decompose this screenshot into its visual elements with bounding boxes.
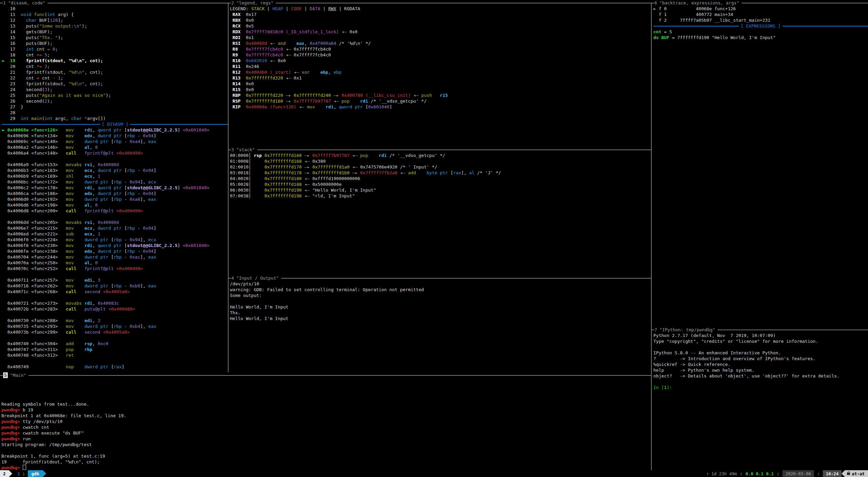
terminal-line: 0x4006ed <func+221> sub ecx, 1 (2, 231, 228, 237)
terminal-line: 24 second(3); (2, 87, 228, 92)
uptime-arrow-icon: ↑ (706, 471, 711, 477)
terminal-line: RBP 0x7fffffffd220 —▸ 0x7fffffffd240 —▸ … (230, 92, 651, 98)
terminal-line: 0x4006ca <func+186> mov edx, dword ptr [… (2, 191, 228, 196)
pane-title: "stack" (236, 147, 255, 153)
terminal-line: ► f 0 40068e func+126 (653, 6, 868, 12)
terminal-line: 25 puts("Again as it was so nice"); (2, 92, 228, 98)
terminal-line: cnt = 5 (653, 29, 868, 35)
terminal-line: 06:0030│ 0x7fffffffd190 ◂— "Hello World,… (230, 187, 651, 193)
terminal-line: RCX 0x5 (230, 23, 651, 29)
terminal-line: 0x4006e7 <func+215> mov ecx, dword ptr [… (2, 225, 228, 231)
terminal-line: Breakpoint 1, func (arg=5) at test.c:19 (1, 453, 651, 459)
terminal-line: LEGEND: STACK | HEAP | CODE | DATA | RWX… (230, 6, 651, 12)
terminal-line: IPython 5.8.0 -- An enhanced Interactive… (653, 350, 868, 356)
border-line (48, 3, 228, 3)
pane-backtrace-header: 6"backtrace, expressions, args" (651, 0, 868, 6)
terminal-line: f 1 400772 main+34 (653, 12, 868, 17)
status-right: ↑ 1d 23h 49m ❮ 0.0 0.1 0.1 ❮ 2020-03-06 … (706, 470, 868, 477)
hostname-badge: at-at (845, 470, 868, 477)
pane-disasm-code[interactable]: 1"disasm, code" 10 11 void func(int arg)… (0, 0, 228, 372)
window-index[interactable]: 1 (12, 471, 23, 477)
pane-ipython-header: 7"IPython: tmp/pwndbg" (651, 327, 868, 333)
ipython-console-content[interactable]: Python 2.7.17 (default, Nov 7 2019, 10:0… (651, 333, 868, 470)
terminal-line: 0x4006fe <func+238> mov edx, dword ptr [… (2, 248, 228, 254)
terminal-line (2, 295, 228, 300)
terminal-line (2, 214, 228, 219)
terminal-line: 0x4006b3 <func+163> mov ecx, dword ptr [… (2, 167, 228, 173)
terminal-line: 20 cnt *= 2; (2, 64, 228, 69)
registers-content: LEGEND: STACK | HEAP | CODE | DATA | RWX… (228, 6, 651, 147)
gdb-console-content[interactable]: Reading symbols from test...done.pwndbg>… (0, 378, 651, 470)
terminal-line: 0x4006d0 <func+192> mov dword ptr [rbp -… (2, 196, 228, 202)
terminal-line: 04:0020│ 0x7fffffffd180 ◂— 0xffffd190000… (230, 176, 651, 181)
status-date: 2020-03-06 (782, 470, 814, 477)
terminal-line: 0x400704 <func+244> mov dword ptr [rbp -… (2, 254, 228, 260)
terminal-line: RAX 0x17 (230, 12, 651, 17)
border-line (228, 278, 231, 279)
terminal-line: 29 int main(int argc, char *argv[]) (2, 116, 228, 121)
border-line (0, 375, 3, 376)
terminal-line (653, 379, 868, 385)
terminal-line (230, 298, 651, 304)
terminal-line: f 2 7ffff7a05b97 __libc_start_main+231 (653, 17, 868, 23)
terminal-line: 0x400730 <func+288> mov edi, 2 (2, 318, 228, 323)
pane-stack[interactable]: 3"stack" 00:0000│ rsp 0x7fffffffd160 —▸ … (228, 147, 651, 275)
uptime-value: 1d 23h 49m (711, 471, 737, 477)
text-cursor[interactable] (23, 465, 26, 470)
terminal-line: 13 puts("Some output:\n"); (2, 23, 228, 29)
terminal-line (653, 344, 868, 350)
pane-main-header: 5"Main" (0, 372, 651, 378)
terminal-line: 16 puts(BUF); (2, 40, 228, 46)
pane-ipython[interactable]: 7"IPython: tmp/pwndbg" Python 2.7.17 (de… (651, 327, 868, 470)
terminal-line (2, 335, 228, 341)
backtrace-content: ► f 0 40068e func+126 f 1 400772 main+34… (651, 6, 868, 327)
border-line (742, 3, 868, 3)
terminal-line: 01:0008│ 0x7fffffffd168 ◂— 0x380 (230, 158, 651, 164)
terminal-line: 14 gets(BUF); (2, 29, 228, 35)
pane-stack-header: 3"stack" (228, 147, 651, 153)
terminal-line: R8 0x7ffff7fcb4c0 ◂— 0x7ffff7fcb4c0 (230, 46, 651, 52)
powerline-arrow-icon (9, 470, 12, 477)
terminal-line: /dev/pts/10 (230, 281, 651, 287)
terminal-line: 15 puts("Thx. "); (2, 35, 228, 40)
terminal-line: 0x4006bc <func+172> mov dword ptr [rbp -… (2, 179, 228, 185)
pane-number: 3 (231, 147, 234, 153)
terminal-line: 00:0000│ rsp 0x7fffffffd160 —▸ 0x7ffff7b… (230, 153, 651, 158)
terminal-line: 0x400735 <func+293> mov dword ptr [rbp -… (2, 323, 228, 329)
terminal-line: 0x40072b <func+283> call puts@plt <0x400… (2, 306, 228, 312)
io-content: /dev/pts/10warning: GDB: Failed to set c… (228, 281, 651, 372)
border-line (0, 3, 3, 3)
terminal-line: 0x400711 <func+257> mov edi, 3 (2, 277, 228, 283)
terminal-line: 12 char BUF[128]; (2, 17, 228, 23)
border-line (651, 3, 654, 3)
pane-legend-regs[interactable]: 2"legend, regs" LEGEND: STACK | HEAP | C… (228, 0, 651, 147)
terminal-line: 0x4006dd <func+205> movabs rsi, 0x40080d (2, 219, 228, 225)
terminal-line (1, 378, 651, 384)
terminal-line: 0x4006b9 <func+169> shl ecx, 1 (2, 173, 228, 179)
terminal-line: 0x400748 <func+312> ret (2, 352, 228, 358)
terminal-line: Breakpoint 1 at 0x40068e: file test.c, l… (1, 413, 651, 419)
session-index-badge[interactable]: 2 (0, 470, 9, 477)
terminal-line: RSP 0x7fffffffd160 —▸ 0x7ffff7b97787 ◂— … (230, 98, 651, 104)
pane-title: "IPython: tmp/pwndbg" (659, 327, 715, 333)
terminal-line: 28 (2, 110, 228, 116)
terminal-line: 0x4006a4 <func+148> call fprintf@plt <0x… (2, 150, 228, 156)
terminal-line: 0x40071c <func+268> call second <0x4005a… (2, 289, 228, 295)
terminal-line: RIP 0x40068e (func+126) ◂— mov rdi, qwor… (230, 104, 651, 110)
terminal-line (1, 390, 651, 395)
terminal-line: 0x4006a9 <func+153> movabs rsi, 0x40080d (2, 162, 228, 167)
terminal-line: 05:0028│ 0x7fffffffd188 ◂— 0x50000000e (230, 181, 651, 187)
terminal-line: RDI 0x1 (230, 35, 651, 40)
pane-backtrace[interactable]: 6"backtrace, expressions, args" ► f 0 40… (651, 0, 868, 327)
pane-main-gdb[interactable]: 5"Main" Reading symbols from test...done… (0, 372, 651, 470)
terminal-line (1, 395, 651, 401)
powerline-arrow-icon (43, 470, 46, 477)
window-name-gdb-tab[interactable]: gdb (28, 470, 43, 477)
terminal-line (2, 358, 228, 364)
terminal-line: 0x40073b <func+299> call second <0x4005a… (2, 329, 228, 335)
terminal-line: 03:0018│ 0x7fffffffd178 —▸ 0x7fffffffd1b… (230, 170, 651, 176)
pane-input-output[interactable]: 4"Input / Output" /dev/pts/10warning: GD… (228, 275, 651, 372)
pane-title: "Main" (10, 372, 26, 378)
section-divider: [ DISASM ] (2, 121, 228, 127)
terminal-line: 17 int cnt = 0; (2, 46, 228, 52)
